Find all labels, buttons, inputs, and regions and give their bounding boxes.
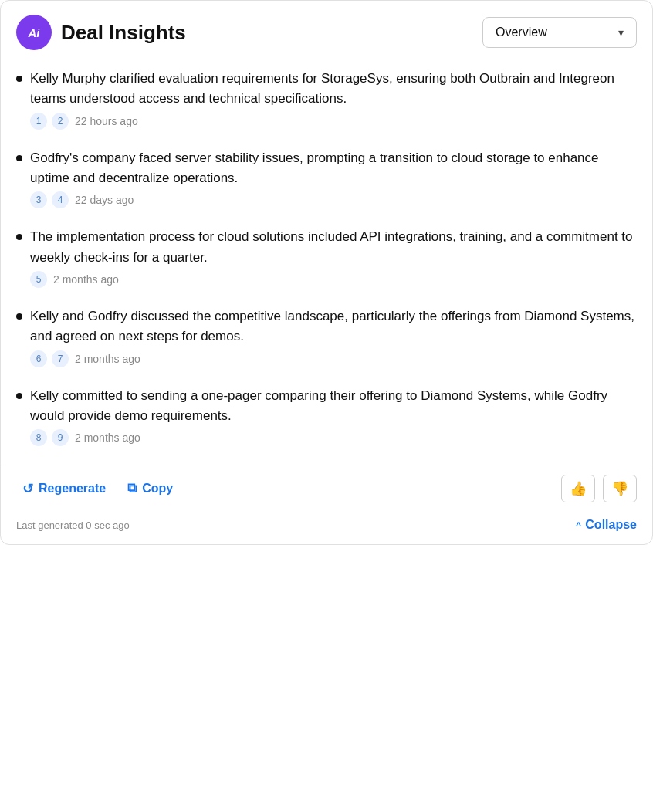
insight-meta: 1 2 22 hours ago xyxy=(30,113,637,130)
timestamp: 22 days ago xyxy=(75,194,134,206)
insight-text: The implementation process for cloud sol… xyxy=(30,229,633,264)
thumbs-up-button[interactable]: 👍 xyxy=(561,475,595,502)
collapse-label: Collapse xyxy=(585,518,637,532)
copy-icon: ⧉ xyxy=(127,481,137,496)
bullet-icon xyxy=(16,393,22,399)
copy-button[interactable]: ⧉ Copy xyxy=(121,476,179,501)
bullet-icon xyxy=(16,234,22,240)
logo: Ai xyxy=(16,15,52,50)
insight-meta: 6 7 2 months ago xyxy=(30,350,637,367)
header: Ai Deal Insights Overview ▾ xyxy=(1,1,652,61)
thumbs-down-button[interactable]: 👎 xyxy=(603,475,637,502)
ref-badge[interactable]: 3 xyxy=(30,191,47,208)
insight-body: Kelly Murphy clarified evaluation requir… xyxy=(30,69,637,130)
list-item: Kelly committed to sending a one-pager c… xyxy=(16,386,637,447)
list-item: Godfry's company faced server stability … xyxy=(16,148,637,209)
regenerate-icon: ↺ xyxy=(22,481,33,497)
ref-badge[interactable]: 6 xyxy=(30,350,47,367)
ref-badge[interactable]: 8 xyxy=(30,429,47,446)
last-generated-text: Last generated 0 sec ago xyxy=(16,519,130,531)
ref-badge[interactable]: 9 xyxy=(52,429,69,446)
bullet-icon xyxy=(16,155,22,161)
insight-meta: 5 2 months ago xyxy=(30,271,637,288)
list-item: Kelly Murphy clarified evaluation requir… xyxy=(16,69,637,130)
ref-badge[interactable]: 4 xyxy=(52,191,69,208)
bullet-icon xyxy=(16,76,22,82)
page-title: Deal Insights xyxy=(61,21,186,45)
regenerate-label: Regenerate xyxy=(39,482,106,496)
bullet-icon xyxy=(16,313,22,320)
insight-text: Kelly committed to sending a one-pager c… xyxy=(30,388,607,423)
timestamp: 22 hours ago xyxy=(75,115,138,127)
logo-text: Ai xyxy=(29,26,40,39)
overview-dropdown[interactable]: Overview ▾ xyxy=(482,17,637,48)
insights-content: Kelly Murphy clarified evaluation requir… xyxy=(1,61,652,446)
insight-body: Kelly and Godfry discussed the competiti… xyxy=(30,306,637,367)
list-item: Kelly and Godfry discussed the competiti… xyxy=(16,306,637,367)
ref-badge[interactable]: 2 xyxy=(52,113,69,130)
thumbs-up-icon: 👍 xyxy=(570,480,587,497)
bottom-bar: Last generated 0 sec ago ^ Collapse xyxy=(1,510,652,544)
insights-list: Kelly Murphy clarified evaluation requir… xyxy=(16,69,637,446)
timestamp: 2 months ago xyxy=(53,273,119,286)
regenerate-button[interactable]: ↺ Regenerate xyxy=(16,476,112,502)
insight-meta: 3 4 22 days ago xyxy=(30,191,637,208)
ref-badge[interactable]: 7 xyxy=(52,350,69,367)
timestamp: 2 months ago xyxy=(75,353,140,365)
ref-badge[interactable]: 5 xyxy=(30,271,47,288)
chevron-down-icon: ▾ xyxy=(618,26,624,39)
insight-text: Kelly Murphy clarified evaluation requir… xyxy=(30,71,614,106)
insight-text: Godfry's company faced server stability … xyxy=(30,151,599,185)
chevron-up-icon: ^ xyxy=(576,519,582,531)
list-item: The implementation process for cloud sol… xyxy=(16,227,637,288)
footer-actions: ↺ Regenerate ⧉ Copy 👍 👎 xyxy=(1,465,652,510)
insight-body: Kelly committed to sending a one-pager c… xyxy=(30,386,637,447)
collapse-button[interactable]: ^ Collapse xyxy=(576,518,637,532)
dropdown-label: Overview xyxy=(496,25,547,39)
insight-meta: 8 9 2 months ago xyxy=(30,429,637,446)
copy-label: Copy xyxy=(142,482,173,496)
timestamp: 2 months ago xyxy=(75,431,140,444)
insight-body: The implementation process for cloud sol… xyxy=(30,227,637,288)
insight-text: Kelly and Godfry discussed the competiti… xyxy=(30,309,634,343)
insight-body: Godfry's company faced server stability … xyxy=(30,148,637,209)
feedback-buttons: 👍 👎 xyxy=(561,475,637,502)
ref-badge[interactable]: 1 xyxy=(30,113,47,130)
deal-insights-panel: Ai Deal Insights Overview ▾ Kelly Murphy… xyxy=(0,0,653,545)
thumbs-down-icon: 👎 xyxy=(611,480,628,497)
